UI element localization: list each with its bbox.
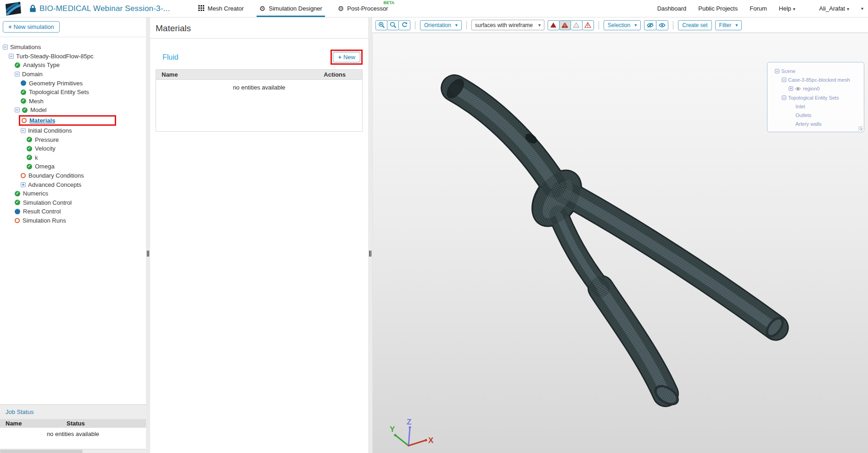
x-axis-label: X: [428, 436, 434, 445]
chevron-down-icon: ▾: [455, 22, 458, 28]
splitter-handle-icon[interactable]: [147, 251, 149, 257]
tree-item[interactable]: Simulation Runs: [0, 216, 146, 225]
scene-tree-item[interactable]: Topological Entity Sets: [769, 93, 862, 102]
expander-icon[interactable]: [9, 54, 14, 59]
tree-item[interactable]: Mesh: [0, 97, 146, 106]
sidebar-toolbar: + New simulation: [0, 17, 146, 37]
view-mode-select[interactable]: surfaces with wireframe▾: [471, 20, 544, 30]
tree-item[interactable]: Velocity: [0, 144, 146, 153]
scene-tree-item[interactable]: Artery walls: [769, 120, 862, 129]
actions-column: Actions: [324, 71, 362, 78]
splitter-handle-icon[interactable]: [369, 251, 371, 257]
render-solid-button[interactable]: [548, 20, 560, 30]
toolbar-separator: [599, 21, 599, 29]
job-name-column: Name: [0, 420, 67, 427]
tree-item[interactable]: Omega: [0, 162, 146, 171]
selection-dropdown[interactable]: Selection▾: [604, 20, 641, 30]
axis-orientation-gizmo: Z Y X: [389, 416, 435, 452]
tree-item[interactable]: Pressure: [0, 135, 146, 144]
help-menu[interactable]: Help▾: [779, 5, 795, 12]
expander-icon[interactable]: [21, 128, 26, 133]
render-surface-wireframe-button[interactable]: [559, 20, 571, 30]
sidebar-scrollbar[interactable]: [0, 449, 146, 453]
tree-item[interactable]: Advanced Concepts: [0, 180, 146, 189]
refresh-view-button[interactable]: [398, 20, 410, 30]
app-logo: [4, 1, 23, 16]
expander-icon[interactable]: [789, 86, 793, 91]
scene-tree-panel[interactable]: Scene Case-3-85pc-blocked mesh region0 T…: [767, 62, 864, 132]
eye-icon[interactable]: [795, 87, 801, 91]
create-set-button[interactable]: Create set: [678, 20, 711, 30]
scene-tree-item[interactable]: region0: [769, 84, 862, 93]
expander-icon[interactable]: [775, 69, 779, 73]
chevron-down-icon: ▾: [634, 22, 637, 28]
render-canvas[interactable]: Scene Case-3-85pc-blocked mesh region0 T…: [372, 33, 868, 453]
status-icon: [27, 137, 32, 142]
expander-icon[interactable]: [3, 45, 8, 50]
new-simulation-button[interactable]: + New simulation: [3, 21, 60, 33]
workbench-tab[interactable]: Mesh Creator: [198, 0, 244, 17]
tree-item[interactable]: Initial Conditions: [0, 126, 146, 135]
tree-item[interactable]: Simulations: [0, 43, 146, 52]
beta-badge: BETA: [383, 0, 394, 5]
job-status-panel: Job Status Name Status no entities avail…: [0, 404, 146, 453]
render-wireframe-button[interactable]: [582, 20, 594, 30]
viewer-toolbar: Orientation▾ surfaces with wireframe▾ Se…: [372, 17, 868, 33]
tree-item[interactable]: Analysis Type: [0, 61, 146, 70]
fluid-section-heading: Fluid: [162, 53, 179, 62]
header-link[interactable]: Forum: [750, 5, 767, 12]
filter-dropdown[interactable]: Filter▾: [715, 20, 742, 30]
zoom-fit-button[interactable]: [387, 20, 399, 30]
status-icon: [22, 118, 27, 123]
status-icon: [15, 200, 20, 205]
orientation-dropdown[interactable]: Orientation▾: [420, 20, 462, 30]
divider: [150, 38, 368, 39]
hide-selected-button[interactable]: [644, 20, 656, 30]
expander-icon[interactable]: [782, 78, 786, 82]
header-links: Dashboard Public Projects Forum: [657, 5, 767, 12]
tree-item[interactable]: Simulation Control: [0, 198, 146, 207]
tab-icon: [198, 5, 204, 12]
tree-item[interactable]: k: [0, 153, 146, 162]
render-surface-button[interactable]: [571, 20, 582, 30]
tree-item[interactable]: Result Control: [0, 207, 146, 216]
show-all-button[interactable]: [656, 20, 668, 30]
tree-item[interactable]: Numerics: [0, 189, 146, 198]
scene-tree-item[interactable]: Scene: [769, 67, 862, 75]
status-icon: [27, 155, 32, 160]
new-material-button[interactable]: + New: [333, 52, 360, 62]
status-icon: [22, 107, 28, 113]
status-icon: [27, 146, 32, 151]
expander-icon[interactable]: [15, 72, 20, 77]
materials-table-header: Name Actions: [156, 70, 362, 80]
header-link[interactable]: Public Projects: [698, 5, 738, 12]
tab-icon: ⚙: [338, 5, 344, 12]
tree-item[interactable]: Boundary Conditions: [0, 171, 146, 180]
toolbar-separator: [673, 21, 673, 29]
scene-tree-item[interactable]: Inlet: [769, 102, 862, 111]
tree-item[interactable]: Topological Entity Sets: [0, 88, 146, 97]
tree-item[interactable]: Model: [0, 106, 146, 115]
workbench-tab[interactable]: ⚙ Simulation Designer: [259, 0, 322, 17]
tree-item[interactable]: Geometry Primitives: [0, 78, 146, 88]
expander-icon[interactable]: [21, 182, 26, 187]
header-link[interactable]: Dashboard: [657, 5, 687, 12]
expander-icon[interactable]: [782, 95, 786, 100]
splitter-viewport[interactable]: [368, 17, 372, 453]
zoom-box-button[interactable]: [375, 20, 387, 30]
tree-item[interactable]: Domain: [0, 70, 146, 79]
extra-menu-chevron-icon[interactable]: ▾: [861, 6, 863, 11]
scene-tree-item[interactable]: Outlets: [769, 111, 862, 119]
user-menu[interactable]: Ali_Arafat▾: [819, 5, 849, 12]
materials-panel: Materials Fluid + New Name Actions no en…: [150, 17, 368, 453]
tree-item[interactable]: Materials: [0, 115, 146, 126]
workbench-tab[interactable]: ⚙ Post-Processor BETA: [338, 0, 388, 17]
status-icon: [15, 218, 20, 223]
scrollbar-thumb[interactable]: [0, 450, 83, 453]
status-icon: [15, 191, 20, 196]
tree-item[interactable]: Turb-Steady-BloodFlow-85pc: [0, 52, 146, 61]
splitter-sidebar[interactable]: [146, 17, 150, 453]
expander-icon[interactable]: [15, 107, 20, 112]
panel-title: Materials: [150, 17, 368, 38]
scene-tree-item[interactable]: Case-3-85pc-blocked mesh: [769, 75, 862, 84]
